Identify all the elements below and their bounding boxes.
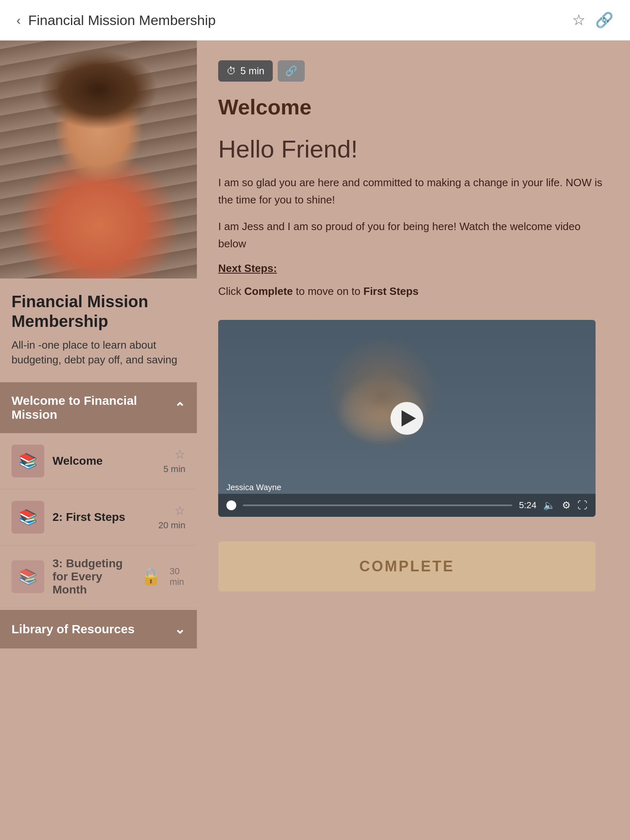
library-section-header[interactable]: Library of Resources ⌄ [0,610,197,648]
play-triangle-icon [402,410,416,427]
course-description: All-in -one place to learn about budgeti… [11,338,185,368]
lesson-title-3: 3: Budgeting for Every Month [52,557,136,596]
lesson-title-2: 2: First Steps [52,511,150,524]
lesson-duration-2: 20 min [158,520,185,531]
hello-heading: Hello Friend! [218,136,610,163]
body-paragraph-1: I am so glad you are here and committed … [218,174,610,208]
lesson-icon-box-2: 📚 [11,501,44,534]
lesson-item-locked: 📚 3: Budgeting for Every Month 🔒 30 min [0,546,197,608]
lesson-icon-box-3: 📚 [11,560,44,593]
body-paragraph-2: I am Jess and I am so proud of you for b… [218,218,610,252]
header-icons: ☆ 🔗 [572,11,614,29]
clock-icon: ⏱ [226,65,236,77]
book-icon-1: 📚 [19,452,37,470]
lesson-duration-3: 30 min [169,566,185,587]
share-icon[interactable]: 🔗 [595,11,614,29]
library-section-label: Library of Resources [11,622,135,636]
lesson-meta-2: ☆ 20 min [158,503,185,531]
video-controls: 5:24 🔈 ⚙ ⛶ [218,494,596,517]
book-icon-3: 📚 [19,568,37,585]
time-badge: ⏱ 5 min [218,60,273,82]
star-icon-1[interactable]: ☆ [174,447,185,461]
chevron-up-icon: ⌃ [174,400,185,415]
play-button[interactable] [390,402,423,435]
lesson-title-1: Welcome [52,454,155,468]
lock-icon: 🔒 [141,567,161,586]
lesson-meta-1: ☆ 5 min [163,447,185,475]
video-progress-dot [226,500,236,510]
header-left: ‹ Financial Mission Membership [16,12,216,28]
book-icon-2: 📚 [19,509,37,526]
click-complete-middle: to move on to [293,285,363,297]
star-icon-2[interactable]: ☆ [174,503,185,518]
fullscreen-icon[interactable]: ⛶ [578,500,587,511]
bookmark-icon[interactable]: ☆ [572,11,585,29]
video-progress-bar[interactable] [243,504,512,506]
chevron-down-icon: ⌄ [174,621,185,637]
main-layout: Financial Mission Membership All-in -one… [0,41,630,835]
link-icon: 🔗 [285,65,297,77]
app-header: ‹ Financial Mission Membership ☆ 🔗 [0,0,630,41]
next-steps-label: Next Steps: [218,262,610,275]
click-complete-text: Click Complete to move on to First Steps [218,283,610,300]
lesson-item-first-steps[interactable]: 📚 2: First Steps ☆ 20 min [0,489,197,546]
section-header-welcome-label: Welcome to Financial Mission [11,394,174,422]
click-complete-bold1: Complete [244,285,293,297]
header-title: Financial Mission Membership [28,12,216,28]
volume-icon[interactable]: 🔈 [543,500,555,511]
video-control-icons: 🔈 ⚙ ⛶ [543,500,587,511]
click-complete-prefix: Click [218,285,244,297]
video-time: 5:24 [519,500,536,511]
lock-overlay: 3: Budgeting for Every Month 🔒 [52,557,161,596]
settings-icon[interactable]: ⚙ [562,500,571,511]
badge-row: ⏱ 5 min 🔗 [218,60,610,82]
lesson-icon-box-1: 📚 [11,445,44,477]
lesson-item-welcome[interactable]: 📚 Welcome ☆ 5 min [0,433,197,489]
hero-person-silhouette [0,41,197,278]
complete-button[interactable]: COMPLETE [218,541,596,591]
click-complete-bold2: First Steps [363,285,418,297]
video-person-label: Jessica Wayne [226,483,281,492]
lesson-meta-3: 30 min [169,566,185,587]
left-panel: Financial Mission Membership All-in -one… [0,41,197,648]
link-badge[interactable]: 🔗 [278,60,305,82]
time-badge-label: 5 min [240,65,265,77]
hero-image [0,41,197,278]
back-button[interactable]: ‹ [16,13,21,28]
course-title: Financial Mission Membership [11,292,185,331]
lesson-duration-1: 5 min [163,464,185,475]
right-panel: ⏱ 5 min 🔗 Welcome Hello Friend! I am so … [197,41,630,835]
video-player[interactable]: Jessica Wayne 5:24 🔈 ⚙ ⛶ [218,320,596,517]
section-header-welcome[interactable]: Welcome to Financial Mission ⌃ [0,382,197,433]
course-info: Financial Mission Membership All-in -one… [0,278,197,381]
welcome-heading: Welcome [218,95,610,119]
